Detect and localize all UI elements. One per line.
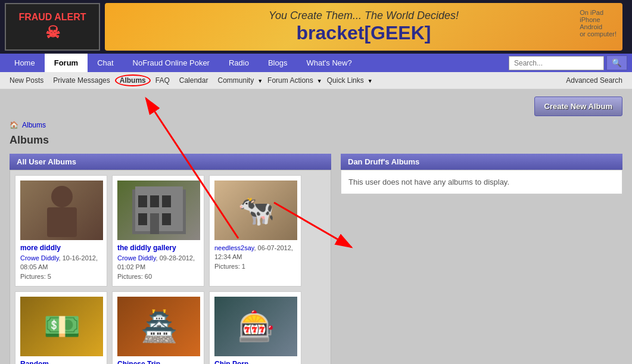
search-area: 🔍 bbox=[509, 55, 627, 70]
albums-grid: more diddly Crowe Diddly, 10-16-2012, 08… bbox=[10, 170, 331, 364]
dan-druff-albums-section: Dan Druff's Albums This user does not ha… bbox=[341, 154, 622, 364]
breadcrumb-albums-link[interactable]: Albums bbox=[22, 121, 46, 129]
breadcrumb: 🏠 Albums bbox=[10, 121, 622, 129]
sub-navigation: New Posts Private Messages Albums FAQ Ca… bbox=[0, 72, 632, 89]
banner-platforms: On iPadiPhoneAndroidor computer! bbox=[580, 9, 617, 38]
nav-forum[interactable]: Forum bbox=[45, 54, 88, 72]
subnav-private-messages[interactable]: Private Messages bbox=[48, 75, 114, 86]
svg-rect-1 bbox=[47, 207, 77, 237]
no-albums-message: This user does not have any albums to di… bbox=[348, 178, 509, 186]
album-thumbnail bbox=[20, 181, 103, 240]
albums-layout: All User Albums more diddly Crowe Diddl bbox=[10, 154, 622, 364]
svg-rect-6 bbox=[162, 195, 171, 207]
dan-druff-albums-header: Dan Druff's Albums bbox=[341, 154, 622, 170]
svg-point-0 bbox=[51, 186, 73, 207]
search-input[interactable] bbox=[509, 56, 604, 70]
subnav-calendar[interactable]: Calendar bbox=[175, 75, 213, 86]
svg-rect-5 bbox=[150, 195, 159, 207]
album-thumbnail: 💵 bbox=[20, 297, 103, 356]
fraud-alert-text: FRAUD ALERT bbox=[18, 12, 86, 23]
search-button[interactable]: 🔍 bbox=[606, 55, 627, 70]
create-album-button[interactable]: Create New Album bbox=[534, 97, 622, 116]
nav-blogs[interactable]: Blogs bbox=[259, 54, 297, 72]
main-navigation: Home Forum Chat NoFraud Online Poker Rad… bbox=[0, 54, 632, 72]
album-item[interactable]: more diddly Crowe Diddly, 10-16-2012, 08… bbox=[15, 175, 107, 287]
advanced-search-link[interactable]: Advanced Search bbox=[561, 75, 627, 86]
album-title[interactable]: the diddly gallery bbox=[117, 244, 199, 252]
svg-rect-7 bbox=[138, 213, 147, 225]
album-user-link[interactable]: needless2say bbox=[214, 244, 254, 251]
album-item[interactable]: 🐄 needless2say, 06-07-2012, 12:34 AM Pic… bbox=[209, 175, 301, 287]
album-item[interactable]: 🎰 Chip Porn PLOL, 03-06-2012, bbox=[209, 291, 301, 364]
chips-image: 🎰 bbox=[238, 309, 275, 344]
banner-brand: bracket[GEEK] bbox=[269, 22, 459, 44]
svg-rect-4 bbox=[138, 195, 147, 207]
album-user-link[interactable]: Crowe Diddly bbox=[117, 254, 156, 262]
dan-druff-albums-content: This user does not have any albums to di… bbox=[341, 170, 622, 194]
quick-links-dropdown-arrow: ▼ bbox=[368, 78, 373, 84]
album-item[interactable]: the diddly gallery Crowe Diddly, 09-28-2… bbox=[112, 175, 204, 287]
album-thumbnail bbox=[117, 181, 200, 240]
album-user-link[interactable]: Crowe Diddly bbox=[20, 254, 59, 262]
album-title[interactable]: Random bbox=[20, 360, 102, 364]
album-item[interactable]: 🏯 Chinese Trip bbox=[112, 291, 204, 364]
all-user-albums-header: All User Albums bbox=[10, 154, 331, 170]
page-title: Albums bbox=[10, 134, 622, 147]
album-thumbnail: 🏯 bbox=[117, 297, 200, 356]
album-thumbnail: 🎰 bbox=[214, 297, 297, 356]
community-dropdown-arrow: ▼ bbox=[257, 78, 263, 84]
album-title[interactable]: Chinese Trip bbox=[117, 360, 199, 364]
subnav-albums[interactable]: Albums bbox=[115, 74, 151, 86]
page-content: Create New Album 🏠 Albums Albums All Use… bbox=[0, 89, 632, 364]
album-meta: needless2say, 06-07-2012, 12:34 AM Pictu… bbox=[214, 244, 296, 271]
cow-image: 🐄 bbox=[238, 193, 275, 228]
site-banner: You Create Them... The World Decides! br… bbox=[105, 3, 622, 51]
banner-tagline: You Create Them... The World Decides! bbox=[269, 10, 459, 22]
subnav-quick-links[interactable]: Quick Links bbox=[322, 75, 366, 86]
album-thumbnail: 🐄 bbox=[214, 181, 297, 240]
album-item[interactable]: 💵 Random mtnDew 04-06- bbox=[15, 291, 107, 364]
subnav-faq[interactable]: FAQ bbox=[151, 75, 175, 86]
arch-image: 🏯 bbox=[141, 309, 178, 344]
nav-radio[interactable]: Radio bbox=[219, 54, 259, 72]
nav-nofraud-poker[interactable]: NoFraud Online Poker bbox=[123, 54, 219, 72]
subnav-quick-links-dropdown[interactable]: Quick Links▼ bbox=[322, 76, 373, 85]
nav-home[interactable]: Home bbox=[5, 54, 45, 72]
all-user-albums-section: All User Albums more diddly Crowe Diddl bbox=[10, 154, 331, 364]
skull-icon: ☠ bbox=[45, 23, 60, 42]
fraud-alert-banner: FRAUD ALERT ☠ bbox=[5, 3, 100, 51]
subnav-forum-actions-dropdown[interactable]: Forum Actions▼ bbox=[263, 76, 322, 85]
subnav-community[interactable]: Community bbox=[213, 75, 256, 86]
album-meta: Crowe Diddly, 09-28-2012, 01:02 PM Pictu… bbox=[117, 254, 199, 281]
nav-whats-new[interactable]: What's New? bbox=[297, 54, 361, 72]
album-title[interactable]: more diddly bbox=[20, 244, 102, 252]
album-title[interactable]: Chip Porn bbox=[214, 360, 296, 364]
money-image: 💵 bbox=[43, 309, 80, 344]
album-meta: Crowe Diddly, 10-16-2012, 08:05 AM Pictu… bbox=[20, 254, 102, 281]
forum-actions-dropdown-arrow: ▼ bbox=[317, 78, 322, 84]
subnav-new-posts[interactable]: New Posts bbox=[5, 75, 48, 86]
subnav-community-dropdown[interactable]: Community▼ bbox=[213, 76, 263, 85]
subnav-forum-actions[interactable]: Forum Actions bbox=[263, 75, 316, 86]
home-icon: 🏠 bbox=[10, 121, 18, 129]
svg-rect-9 bbox=[150, 213, 159, 234]
nav-chat[interactable]: Chat bbox=[88, 54, 123, 72]
svg-rect-8 bbox=[162, 213, 171, 225]
